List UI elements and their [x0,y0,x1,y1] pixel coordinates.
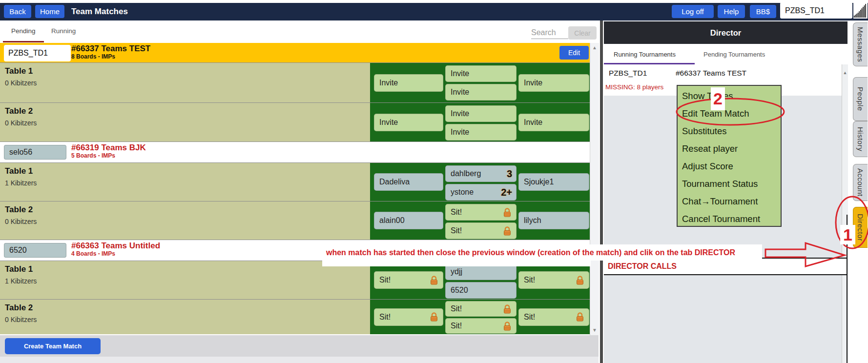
sit-seat-button-north[interactable]: Sit! [445,204,517,221]
annotation-note: when match has started then close the pr… [326,244,735,261]
table-row-selo56-table-1: Table 11 KibitzersDadelivadahlberg3yston… [0,162,590,201]
menu-item-reseat-player[interactable]: Reseat player [678,140,781,158]
side-tab-history[interactable]: History [853,121,868,157]
director-tabs: Running Tournaments Pending Tournaments [604,44,847,64]
invite-seat-button-east[interactable]: Invite [518,114,589,131]
table-name: Table 2 [5,106,33,116]
host-button-selo56[interactable]: selo56 [4,145,66,160]
side-tab-messages[interactable]: Messages [853,22,868,66]
player-seat-button-east[interactable]: lilych [518,212,589,229]
player-seat-button-west[interactable]: Dadeliva [374,173,443,191]
search-clear-button[interactable]: Clear [568,26,597,40]
sit-seat-button-west[interactable]: Sit! [374,308,443,326]
page-title: Team Matches [71,7,128,17]
annotation-step-2: 2 [711,87,725,110]
bottom-strip [0,357,599,363]
table-seats-area: InviteInviteInviteInvite [370,103,590,141]
host-button-6520[interactable]: 6520 [4,243,66,258]
sit-seat-button-north[interactable]: Sit! [445,301,517,317]
player-seat-button-east[interactable]: Sjoukje1 [518,173,589,191]
menu-item-cancel-tournament[interactable]: Cancel Tournament [678,210,781,228]
search-input[interactable]: Search [531,28,568,39]
kibitzer-count: 0 Kibitzers [5,316,37,323]
tournament-title: #66337 Teams TEST [676,69,746,78]
seat-label: Dadeliva [379,178,439,186]
seat-label: Sit! [524,313,573,322]
create-team-match-button[interactable]: Create Team Match [5,338,101,354]
seat-label: ystone [451,188,499,197]
menu-item-edit-team-match[interactable]: Edit Team Match [678,105,781,122]
player-seat-button-south[interactable]: 6520 [445,282,517,299]
player-seat-button-north[interactable]: dahlberg3 [445,165,517,182]
director-calls-header: DIRECTOR CALLS [608,262,677,271]
menu-item-show-tables[interactable]: Show Tables [678,87,781,105]
menu-item-adjust-score[interactable]: Adjust Score [678,158,781,175]
invite-seat-button-south[interactable]: Invite [445,124,517,141]
invite-seat-button-west[interactable]: Invite [374,114,443,131]
skill-badge: 2+ [501,187,512,198]
lock-icon [575,312,585,322]
username-box[interactable]: PZBS_TD1 [780,2,852,19]
seat-label: ydjj [451,267,512,276]
lock-icon [502,226,512,236]
menu-item-tournament-status[interactable]: Tournament Status [678,175,781,193]
seat-label: lilych [524,216,585,225]
table-name: Table 2 [5,205,33,215]
tournament-row[interactable]: PZBS_TD1 #66337 Teams TEST [604,64,847,80]
tab-running[interactable]: Running [51,27,76,35]
match-subtitle: 8 Boards - IMPs [71,53,150,60]
kibitzer-count: 1 Kibitzers [5,277,37,285]
scroll-up-arrow[interactable]: ▲ [842,70,848,75]
table-seats-area: Dadelivadahlberg3ystone2+Sjoukje1 [370,163,590,201]
invite-seat-button-east[interactable]: Invite [518,74,589,92]
tab-pending[interactable]: Pending [11,27,36,35]
lock-icon [575,275,585,285]
sit-seat-button-south[interactable]: Sit! [445,222,517,239]
sit-seat-button-south[interactable]: Sit! [445,318,517,334]
tab-pending-tournaments[interactable]: Pending Tournaments [703,51,765,58]
lock-icon [429,312,439,322]
host-name-input[interactable] [4,45,71,61]
lock-icon [429,275,439,285]
sit-seat-button-east[interactable]: Sit! [518,308,589,326]
sit-seat-button-east[interactable]: Sit! [518,271,589,289]
table-row-pzbs-td1-table-1: Table 10 KibitzersInviteInviteInviteInvi… [0,62,590,102]
bbs-button[interactable]: BB$ [750,5,776,18]
menu-item-chat-tournament[interactable]: Chat→Tournament [678,193,781,210]
match-list-tabs: Pending Running Search Clear [0,20,599,43]
seat-label: Sit! [379,313,427,322]
help-button[interactable]: Help [718,5,745,18]
invite-seat-button-south[interactable]: Invite [445,84,517,101]
table-name: Table 1 [5,166,33,176]
edit-match-button[interactable]: Edit [559,46,589,60]
match-list-scrollbar[interactable]: ▲ ▼ [590,43,599,335]
table-row-6520-table-2: Table 20 KibitzersSit!Sit!Sit!Sit! [0,299,590,334]
seat-label: Invite [524,118,585,127]
kibitzer-count: 0 Kibitzers [5,79,37,87]
table-name: Table 2 [5,303,33,313]
table-seats-area: Sit!ydjj6520Sit! [370,261,590,299]
missing-players-label: MISSING: 8 players [605,83,663,91]
tab-running-tournaments[interactable]: Running Tournaments [614,51,676,58]
seat-label: Sit! [451,208,500,217]
player-seat-button-west[interactable]: alain00 [374,212,443,229]
connection-signal-icon [853,2,868,19]
scroll-down-arrow[interactable]: ▼ [590,326,599,334]
sit-seat-button-west[interactable]: Sit! [374,271,443,289]
side-tab-label: Account [856,168,865,197]
home-button[interactable]: Home [35,5,64,18]
side-tab-account[interactable]: Account [853,164,868,201]
scroll-up-arrow[interactable]: ▲ [590,44,599,52]
match-title-block: #66363 Teams Untitled4 Boards - IMPs [71,241,160,257]
log-off-button[interactable]: Log off [672,5,714,18]
invite-seat-button-north[interactable]: Invite [445,105,517,122]
bbo-team-matches-screen: Back Home Team Matches Log off Help BB$ … [0,0,868,363]
seat-label: dahlberg [451,169,505,178]
side-tab-people[interactable]: People [853,77,868,121]
back-button[interactable]: Back [4,5,31,18]
player-seat-button-south[interactable]: ystone2+ [445,184,517,201]
invite-seat-button-north[interactable]: Invite [445,65,517,82]
menu-item-substitutes[interactable]: Substitutes [678,122,781,140]
invite-seat-button-west[interactable]: Invite [374,74,443,92]
create-match-bar: Create Team Match [0,335,599,357]
